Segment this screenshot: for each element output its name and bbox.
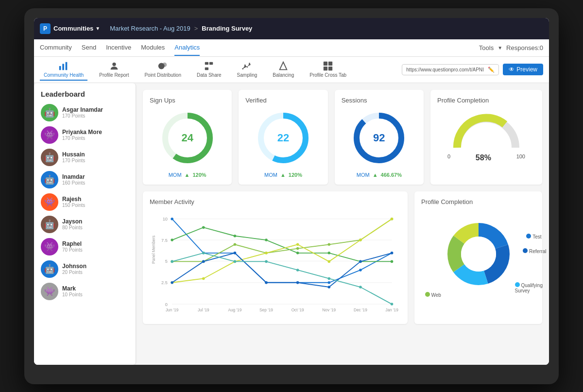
- nav-send[interactable]: Send: [82, 40, 96, 56]
- lb-member-points: 20 Points: [62, 270, 86, 275]
- verified-title: Verified: [245, 97, 321, 104]
- url-bar[interactable]: https://www.questionpro.com/t/APNIFZ ✏️: [402, 64, 499, 75]
- svg-point-83: [171, 260, 173, 263]
- sessions-card: Sessions 92 MOM ▲: [335, 90, 424, 185]
- signups-card: Sign Ups 24 MOM ▲: [143, 90, 232, 185]
- tools-button[interactable]: Tools: [479, 44, 494, 51]
- icon-nav-profile-cross-tab[interactable]: Profile Cross Tab: [306, 59, 350, 81]
- sec-nav-right: Tools ▼ Responses:0: [479, 44, 543, 51]
- icon-nav-balancing[interactable]: Balancing: [269, 59, 298, 81]
- icon-nav-point-distribution[interactable]: Point Distribution: [140, 59, 185, 81]
- edit-icon[interactable]: ✏️: [488, 67, 495, 73]
- lb-member-info: Johnson 20 Points: [62, 263, 86, 275]
- svg-point-71: [296, 243, 299, 246]
- signups-mom: MOM ▲ 120%: [169, 172, 206, 178]
- sessions-mom-value: 466.67%: [381, 172, 402, 178]
- avatar: 👾: [41, 193, 58, 211]
- svg-point-56: [328, 252, 331, 255]
- sessions-mom-label: MOM: [357, 172, 370, 178]
- nav-community[interactable]: Community: [40, 40, 72, 56]
- sessions-title: Sessions: [342, 97, 417, 104]
- verified-mom-value: 120%: [289, 172, 302, 178]
- avatar: 🤖: [41, 260, 58, 278]
- icon-nav-data-share[interactable]: Data Share: [193, 59, 225, 81]
- breadcrumb: Market Research - Aug 2019 > Branding Su…: [110, 25, 252, 32]
- svg-point-77: [234, 252, 237, 255]
- svg-point-84: [202, 252, 205, 255]
- lb-member-name: Jayson: [62, 218, 83, 225]
- lb-member-info: Inamdar 160 Points: [62, 173, 85, 186]
- svg-point-75: [171, 281, 173, 284]
- svg-text:Panel Members: Panel Members: [151, 235, 156, 263]
- svg-point-43: [171, 217, 173, 220]
- icon-nav-profile-report[interactable]: Profile Report: [95, 59, 133, 81]
- communities-button[interactable]: Communities ▼: [53, 25, 100, 32]
- svg-point-78: [265, 281, 268, 284]
- breadcrumb-link[interactable]: Market Research - Aug 2019: [110, 25, 190, 32]
- gauge-wrap: 0 58% 100: [437, 109, 535, 162]
- lb-member-name: Rajesh: [62, 196, 85, 203]
- profile-completion-bottom-title: Profile Completion: [421, 198, 535, 205]
- icon-nav-sampling[interactable]: Sampling: [233, 59, 261, 81]
- tools-arrow-icon: ▼: [497, 45, 502, 51]
- member-activity-card: Member Activity 10 7.: [143, 191, 408, 324]
- lb-member-name: Asgar Inamdar: [62, 106, 103, 113]
- member-activity-title: Member Activity: [150, 198, 401, 205]
- icon-nav: Community Health Profile Report Point Di…: [34, 57, 549, 83]
- lb-member-points: 150 Points: [62, 203, 85, 208]
- gauge-percent: 58%: [476, 153, 491, 162]
- metrics-row: Sign Ups 24 MOM ▲: [143, 90, 542, 185]
- responses-count: Responses:0: [506, 44, 543, 51]
- svg-point-96: [461, 237, 496, 272]
- svg-point-72: [328, 260, 331, 263]
- icon-nav-community-health[interactable]: Community Health: [40, 59, 87, 81]
- lb-member-info: Rajesh 150 Points: [62, 196, 85, 208]
- activity-chart-svg: 10 7.5 5 2.5 0 Panel Members Jun '19 Jul…: [150, 210, 401, 317]
- lb-member-name: Hussain: [62, 151, 85, 158]
- lb-member-name: Inamdar: [62, 173, 85, 180]
- verified-trend-icon: ▲: [280, 172, 286, 178]
- svg-point-90: [391, 303, 394, 306]
- svg-text:Jul '19: Jul '19: [198, 307, 209, 312]
- svg-point-49: [359, 269, 362, 272]
- lb-member-points: 70 Points: [62, 247, 83, 253]
- svg-rect-16: [324, 66, 327, 70]
- svg-point-9: [242, 68, 244, 69]
- svg-text:5: 5: [165, 259, 168, 264]
- svg-point-86: [265, 260, 268, 263]
- lb-member-name: Mark: [62, 285, 83, 292]
- lb-member-name: Raphel: [62, 240, 83, 247]
- svg-point-80: [328, 286, 331, 289]
- signups-donut-wrap: 24 MOM ▲ 120%: [150, 109, 225, 178]
- leaderboard-item: 🤖 Hussain 170 Points: [41, 149, 129, 166]
- communities-arrow-icon: ▼: [95, 26, 100, 31]
- leaderboard-item: 🤖 Asgar Inamdar 170 Points: [41, 104, 129, 121]
- svg-point-81: [359, 260, 362, 263]
- sessions-donut-wrap: 92 MOM ▲ 466.67%: [342, 109, 417, 178]
- gauge-min: 0: [447, 153, 450, 162]
- preview-button[interactable]: 👁 Preview: [503, 64, 543, 75]
- nav-incentive[interactable]: Incentive: [106, 40, 131, 56]
- signups-trend-icon: ▲: [185, 172, 190, 178]
- lb-member-info: Asgar Inamdar 170 Points: [62, 106, 103, 119]
- svg-point-87: [296, 269, 299, 272]
- bottom-row: Member Activity 10 7.: [143, 191, 542, 324]
- verified-value: 22: [277, 132, 289, 144]
- verified-mom-label: MOM: [264, 172, 277, 178]
- lb-member-name: Johnson: [62, 263, 86, 270]
- svg-text:Jan '19: Jan '19: [385, 307, 398, 312]
- nav-analytics[interactable]: Analytics: [174, 40, 200, 56]
- svg-rect-14: [324, 61, 327, 65]
- leaderboard-item: 👾 Priyanka More 170 Points: [41, 126, 129, 144]
- nav-modules[interactable]: Modules: [141, 40, 165, 56]
- svg-text:2.5: 2.5: [161, 280, 168, 285]
- verified-card: Verified 22 MOM ▲: [239, 90, 327, 185]
- logo-area: P Communities ▼: [40, 23, 100, 34]
- svg-point-88: [328, 277, 331, 280]
- avatar: 🤖: [41, 216, 58, 233]
- svg-point-76: [202, 260, 205, 263]
- svg-point-53: [234, 234, 237, 237]
- svg-rect-17: [328, 66, 332, 70]
- svg-point-48: [328, 281, 331, 284]
- svg-rect-0: [59, 66, 61, 70]
